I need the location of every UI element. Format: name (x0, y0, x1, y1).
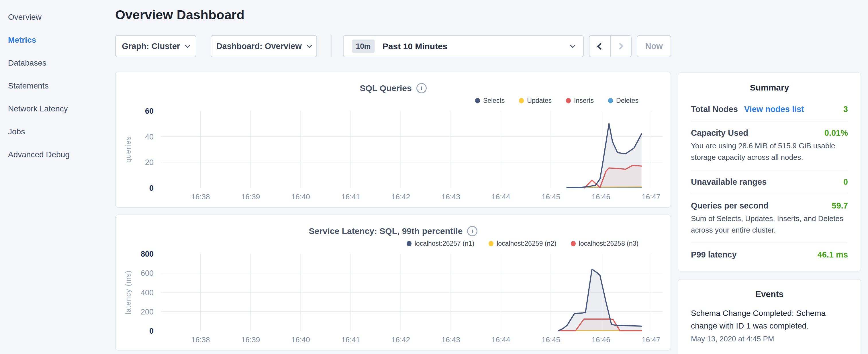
svg-text:16:46: 16:46 (592, 335, 610, 344)
chart-legend: SelectsUpdatesInsertsDeletes (475, 97, 639, 104)
legend-item: Deletes (608, 97, 639, 104)
event-item[interactable]: Schema Change Completed: Schema change w… (691, 307, 848, 344)
svg-text:16:41: 16:41 (341, 192, 360, 201)
time-range-dropdown[interactable]: 10m Past 10 Minutes (343, 35, 584, 57)
chart-title: SQL Queries (360, 83, 411, 93)
summary-row-p99: P99 latency 46.1 ms (691, 243, 848, 266)
svg-text:16:45: 16:45 (541, 335, 560, 344)
svg-text:latency (ms): latency (ms) (124, 270, 132, 314)
queries-per-second-value: 59.7 (832, 201, 848, 211)
legend-label: localhost:26258 (n3) (579, 240, 639, 248)
page-title: Overview Dashboard (115, 7, 671, 22)
svg-text:16:43: 16:43 (442, 335, 460, 344)
info-icon[interactable]: i (467, 226, 477, 236)
svg-text:600: 600 (141, 269, 154, 278)
time-range-badge: 10m (352, 39, 375, 53)
svg-text:0: 0 (149, 184, 154, 192)
unavailable-ranges-value: 0 (843, 177, 848, 187)
chart-title: Service Latency: SQL, 99th percentile (309, 226, 463, 236)
svg-text:16:44: 16:44 (492, 192, 510, 201)
legend-label: Inserts (574, 97, 594, 104)
legend-label: localhost:26257 (n1) (415, 240, 474, 248)
summary-row-total-nodes: Total Nodes View nodes list 3 (691, 98, 848, 121)
chevron-down-icon (185, 43, 190, 48)
summary-row-unavailable-ranges: Unavailable ranges 0 (691, 170, 848, 194)
svg-text:16:47: 16:47 (642, 335, 660, 344)
sql-queries-chart-card: SQL Queries i SelectsUpdatesInsertsDelet… (115, 72, 671, 207)
legend-item: Inserts (566, 97, 594, 104)
sidebar-item-overview[interactable]: Overview (8, 6, 109, 29)
capacity-used-label: Capacity Used (691, 128, 748, 138)
svg-text:16:40: 16:40 (291, 192, 310, 201)
info-icon[interactable]: i (416, 83, 427, 93)
p99-latency-label: P99 latency (691, 250, 737, 259)
right-column: Summary Total Nodes View nodes list 3 Ca… (678, 72, 861, 354)
svg-text:40: 40 (145, 133, 154, 141)
now-button[interactable]: Now (637, 35, 671, 57)
legend-dot-icon (566, 98, 571, 103)
toolbar: Graph: Cluster Dashboard: Overview 10m P… (115, 35, 671, 57)
app-root: Overview Metrics Databases Statements Ne… (0, 0, 868, 354)
total-nodes-label: Total Nodes (691, 104, 738, 114)
time-range-label: Past 10 Minutes (382, 41, 447, 51)
total-nodes-value: 3 (843, 104, 848, 114)
svg-text:16:44: 16:44 (492, 335, 510, 344)
svg-text:60: 60 (145, 107, 154, 116)
chevron-right-icon (616, 43, 623, 50)
sidebar-item-advanced-debug[interactable]: Advanced Debug (8, 143, 109, 166)
service-latency-chart-card: Service Latency: SQL, 99th percentile i … (115, 215, 671, 351)
legend-item: localhost:26258 (n3) (571, 240, 639, 248)
legend-item: Updates (519, 97, 552, 104)
sidebar-item-statements[interactable]: Statements (8, 74, 109, 97)
unavailable-ranges-label: Unavailable ranges (691, 177, 767, 187)
svg-text:16:38: 16:38 (191, 335, 210, 344)
queries-per-second-description: Sum of Selects, Updates, Inserts, and De… (691, 213, 848, 236)
legend-item: localhost:26259 (n2) (489, 240, 556, 248)
legend-dot-icon (608, 98, 613, 103)
summary-row-qps: Queries per second 59.7 Sum of Selects, … (691, 194, 848, 243)
event-message: Schema Change Completed: Schema change w… (691, 307, 848, 332)
legend-dot-icon (407, 241, 411, 246)
event-timestamp: May 13, 2020 at 4:45 PM (691, 334, 848, 344)
legend-item: localhost:26257 (n1) (407, 240, 474, 248)
time-back-button[interactable] (589, 36, 610, 57)
svg-text:16:42: 16:42 (392, 192, 410, 201)
events-panel: Events Schema Change Completed: Schema c… (678, 279, 861, 354)
summary-rows: Total Nodes View nodes list 3 Capacity U… (691, 98, 848, 266)
sidebar-item-jobs[interactable]: Jobs (8, 120, 109, 143)
time-step-buttons (589, 35, 631, 57)
dashboard-dropdown-label: Dashboard: Overview (216, 41, 302, 51)
toolbar-divider (331, 35, 332, 57)
svg-text:400: 400 (141, 288, 154, 297)
dashboard-dropdown[interactable]: Dashboard: Overview (211, 35, 317, 57)
sidebar-item-network-latency[interactable]: Network Latency (8, 97, 109, 120)
graph-scope-dropdown[interactable]: Graph: Cluster (115, 35, 196, 57)
legend-label: Updates (527, 97, 552, 104)
summary-row-capacity: Capacity Used 0.01% You are using 28.6 M… (691, 121, 848, 170)
capacity-used-value: 0.01% (825, 128, 848, 138)
time-forward-button[interactable] (610, 36, 631, 57)
chart-title-row: Service Latency: SQL, 99th percentile i (116, 226, 671, 236)
view-nodes-list-link[interactable]: View nodes list (744, 104, 804, 114)
graph-scope-dropdown-label: Graph: Cluster (122, 41, 180, 51)
svg-text:16:40: 16:40 (291, 335, 310, 344)
summary-panel: Summary Total Nodes View nodes list 3 Ca… (678, 72, 861, 271)
svg-text:16:41: 16:41 (341, 335, 360, 344)
legend-dot-icon (475, 98, 480, 103)
svg-text:queries: queries (124, 136, 132, 163)
chevron-down-icon (570, 43, 575, 48)
svg-text:800: 800 (141, 250, 154, 258)
legend-item: Selects (475, 97, 505, 104)
svg-text:200: 200 (141, 308, 154, 316)
sidebar-item-metrics[interactable]: Metrics (8, 29, 109, 52)
events-heading: Events (691, 288, 848, 299)
queries-per-second-label: Queries per second (691, 201, 769, 211)
legend-label: Selects (483, 97, 505, 104)
chart-title-row: SQL Queries i (116, 83, 671, 93)
sidebar-item-databases[interactable]: Databases (8, 52, 109, 74)
legend-dot-icon (489, 241, 493, 246)
capacity-used-description: You are using 28.6 MiB of 515.9 GiB usab… (691, 140, 848, 163)
svg-text:16:39: 16:39 (241, 192, 260, 201)
svg-text:20: 20 (145, 158, 154, 167)
svg-text:0: 0 (149, 327, 154, 335)
